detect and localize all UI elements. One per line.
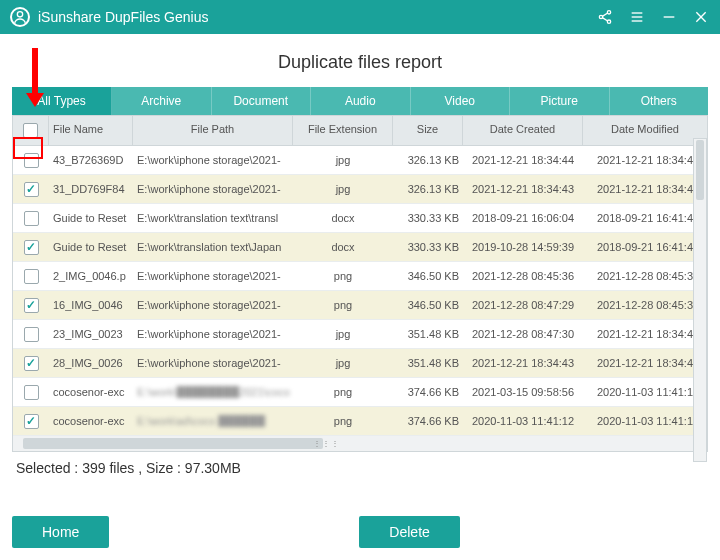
cell-name: 31_DD769F84 [49,183,133,195]
cell-size: 330.33 KB [393,212,463,224]
table-row[interactable]: cocosenor-excE:\work\ad\coco ██████png37… [13,407,707,436]
table-row[interactable]: 23_IMG_0023E:\work\iphone storage\2021-j… [13,320,707,349]
svg-line-4 [602,13,607,16]
cell-name: 43_B726369D [49,154,133,166]
cell-name: 28_IMG_0026 [49,357,133,369]
table-row[interactable]: 31_DD769F84E:\work\iphone storage\2021-j… [13,175,707,204]
table-row[interactable]: 2_IMG_0046.pE:\work\iphone storage\2021-… [13,262,707,291]
row-checkbox[interactable] [24,182,39,197]
table-row[interactable]: Guide to ResetE:\work\translation text\t… [13,204,707,233]
cell-path: E:\work\translation text\Japan [133,241,293,253]
cell-ext: jpg [293,183,393,195]
cell-ext: png [293,299,393,311]
cell-path: E:\work\iphone storage\2021- [133,183,293,195]
share-icon[interactable] [596,8,614,26]
table-header: File Name File Path File Extension Size … [12,115,708,146]
table-row[interactable]: cocosenor-excE:\work\████████2021\cocopn… [13,378,707,407]
col-file-path[interactable]: File Path [133,116,293,145]
cell-created: 2019-10-28 14:59:39 [463,241,583,253]
cell-modified: 2018-09-21 16:41:4 [583,212,707,224]
row-checkbox[interactable] [24,356,39,371]
cell-modified: 2021-12-21 18:34:4 [583,357,707,369]
cell-created: 2018-09-21 16:06:04 [463,212,583,224]
table-row[interactable]: 28_IMG_0026E:\work\iphone storage\2021-j… [13,349,707,378]
cell-ext: jpg [293,328,393,340]
svg-point-0 [17,12,22,17]
cell-ext: png [293,386,393,398]
cell-size: 374.66 KB [393,386,463,398]
app-title: iSunshare DupFiles Genius [38,9,596,25]
row-checkbox[interactable] [24,385,39,400]
cell-size: 346.50 KB [393,299,463,311]
select-all-checkbox[interactable] [23,123,38,138]
titlebar: iSunshare DupFiles Genius [0,0,720,34]
cell-name: 2_IMG_0046.p [49,270,133,282]
cell-path: E:\work\ad\coco ██████ [133,415,293,427]
row-checkbox[interactable] [24,269,39,284]
col-file-ext[interactable]: File Extension [293,116,393,145]
row-checkbox[interactable] [24,414,39,429]
cell-name: Guide to Reset [49,241,133,253]
row-checkbox[interactable] [24,240,39,255]
col-modified[interactable]: Date Modified [583,116,707,145]
col-created[interactable]: Date Created [463,116,583,145]
tab-document[interactable]: Document [212,87,312,115]
table-row[interactable]: 43_B726369DE:\work\iphone storage\2021-j… [13,146,707,175]
tab-archive[interactable]: Archive [112,87,212,115]
cell-path: E:\work\iphone storage\2021- [133,328,293,340]
row-checkbox[interactable] [24,327,39,342]
tab-picture[interactable]: Picture [510,87,610,115]
vertical-scrollbar[interactable] [693,138,707,462]
annotation-highlight-box [13,137,43,159]
tab-audio[interactable]: Audio [311,87,411,115]
cell-created: 2021-12-28 08:47:29 [463,299,583,311]
cell-size: 326.13 KB [393,154,463,166]
cell-path: E:\work\iphone storage\2021- [133,357,293,369]
cell-ext: docx [293,212,393,224]
type-tabs: All Types Archive Document Audio Video P… [12,87,708,115]
cell-size: 346.50 KB [393,270,463,282]
delete-button[interactable]: Delete [359,516,459,548]
table-row[interactable]: Guide to ResetE:\work\translation text\J… [13,233,707,262]
cell-modified: 2021-12-21 18:34:4 [583,328,707,340]
horizontal-scrollbar[interactable]: ⋮⋮⋮ [12,436,708,452]
tab-others[interactable]: Others [610,87,709,115]
cell-path: E:\work\translation text\transl [133,212,293,224]
table-row[interactable]: 16_IMG_0046E:\work\iphone storage\2021-p… [13,291,707,320]
tab-video[interactable]: Video [411,87,511,115]
cell-created: 2021-12-28 08:47:30 [463,328,583,340]
page-title: Duplicate files report [0,52,720,73]
cell-modified: 2021-12-28 08:45:3 [583,299,707,311]
cell-modified: 2018-09-21 16:41:4 [583,241,707,253]
cell-ext: jpg [293,154,393,166]
cell-name: 16_IMG_0046 [49,299,133,311]
cell-created: 2021-03-15 09:58:56 [463,386,583,398]
cell-size: 330.33 KB [393,241,463,253]
menu-icon[interactable] [628,8,646,26]
cell-created: 2021-12-21 18:34:43 [463,183,583,195]
cell-ext: png [293,270,393,282]
cell-path: E:\work\iphone storage\2021- [133,154,293,166]
cell-modified: 2021-12-28 08:45:3 [583,270,707,282]
annotation-arrow-icon [26,48,44,107]
row-checkbox[interactable] [24,211,39,226]
cell-modified: 2021-12-21 18:34:4 [583,154,707,166]
cell-name: Guide to Reset [49,212,133,224]
cell-created: 2021-12-21 18:34:44 [463,154,583,166]
table-body: 43_B726369DE:\work\iphone storage\2021-j… [12,146,708,436]
minimize-icon[interactable] [660,8,678,26]
cell-size: 351.48 KB [393,357,463,369]
col-file-name[interactable]: File Name [49,116,133,145]
svg-line-5 [602,18,607,21]
cell-ext: jpg [293,357,393,369]
cell-created: 2021-12-28 08:45:36 [463,270,583,282]
cell-path: E:\work\iphone storage\2021- [133,299,293,311]
col-size[interactable]: Size [393,116,463,145]
status-text: Selected : 399 files , Size : 97.30MB [12,452,708,476]
home-button[interactable]: Home [12,516,109,548]
row-checkbox[interactable] [24,298,39,313]
cell-size: 351.48 KB [393,328,463,340]
close-icon[interactable] [692,8,710,26]
app-logo-icon [10,7,30,27]
cell-modified: 2021-12-21 18:34:4 [583,183,707,195]
